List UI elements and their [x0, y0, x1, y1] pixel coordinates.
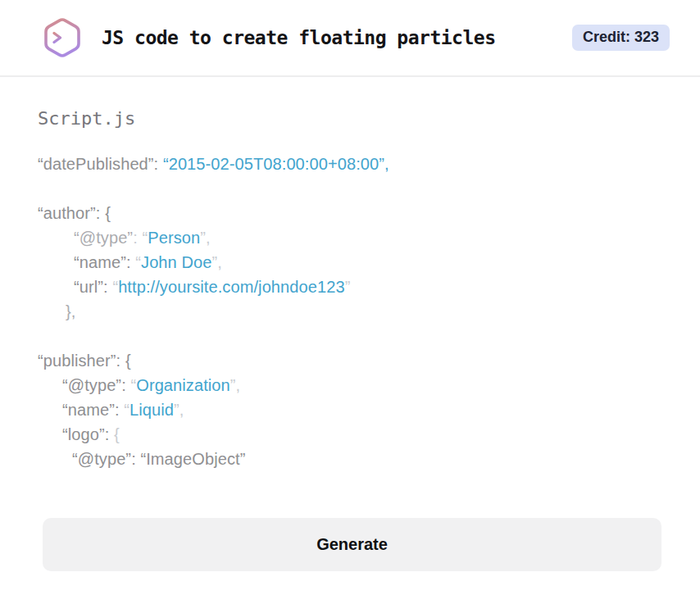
- code-line: “name”: “John Doe”,: [38, 250, 662, 275]
- code-line: “@type”: “Person”,: [38, 225, 662, 250]
- code-line: [38, 324, 662, 348]
- code-token: ,: [180, 401, 184, 419]
- code-line: “logo”: {: [38, 422, 662, 447]
- code-token: “url”:: [74, 278, 112, 296]
- code-token: “2015-02-05T08:00:00+08:00”,: [163, 155, 389, 173]
- code-token: “publisher”: {: [38, 352, 131, 370]
- terminal-hexagon-icon: [41, 16, 84, 59]
- code-token: “@type”: [74, 229, 133, 247]
- code-token: ”: [200, 229, 206, 247]
- code-line: “publisher”: {: [38, 348, 662, 373]
- code-token: ”: [345, 278, 351, 296]
- code-token: “name”:: [74, 253, 135, 271]
- code-line: “author”: {: [38, 201, 662, 225]
- code-token: ”: [230, 376, 236, 394]
- header: JS code to create floating particles Cre…: [0, 0, 700, 77]
- code-token: Liquid: [130, 401, 174, 419]
- generate-button[interactable]: Generate: [43, 518, 661, 571]
- code-line: “url”: “http://yoursite.com/johndoe123”: [38, 275, 662, 299]
- code-token: “author”: {: [38, 204, 111, 222]
- code-token: ”: [174, 401, 180, 419]
- code-line: [38, 176, 662, 201]
- code-token: ,: [206, 229, 211, 247]
- code-token: Organization: [136, 376, 230, 394]
- code-token: },: [66, 302, 75, 320]
- code-token: ,: [236, 376, 241, 394]
- code-line: “@type”: “ImageObject”: [38, 447, 662, 471]
- credit-badge: Credit: 323: [572, 25, 670, 51]
- filename-label: Script.js: [38, 108, 662, 129]
- code-token: “logo”:: [62, 425, 114, 443]
- code-token: John Doe: [141, 253, 211, 271]
- code-token: http://yoursite.com/johndoe123: [118, 278, 345, 296]
- code-block: “datePublished”: “2015-02-05T08:00:00+08…: [38, 152, 662, 471]
- code-token: “datePublished”:: [38, 155, 163, 173]
- code-token: “name”:: [62, 401, 124, 419]
- code-token: Person: [148, 229, 200, 247]
- code-token: :: [133, 229, 142, 247]
- page-title: JS code to create floating particles: [102, 27, 572, 48]
- code-token: ,: [217, 253, 222, 271]
- code-token: “@type”:: [62, 376, 130, 394]
- code-token: “@type”: “ImageObject”: [72, 450, 245, 468]
- main-content: Script.js “datePublished”: “2015-02-05T0…: [0, 108, 700, 571]
- code-token: {: [114, 425, 120, 443]
- code-line: “@type”: “Organization”,: [38, 373, 662, 397]
- code-line: },: [38, 299, 662, 324]
- code-line: “name”: “Liquid”,: [38, 397, 662, 422]
- code-line: “datePublished”: “2015-02-05T08:00:00+08…: [38, 152, 662, 176]
